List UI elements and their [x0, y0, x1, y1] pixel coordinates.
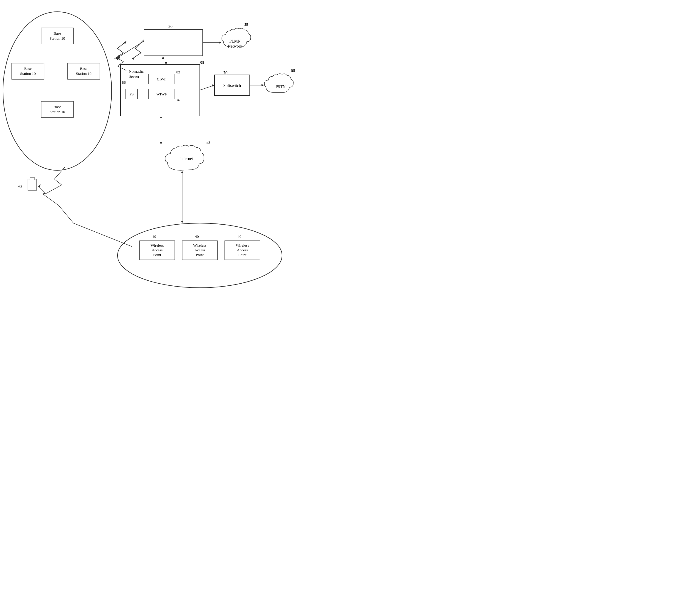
svg-text:50: 50 — [206, 140, 210, 145]
svg-text:Base: Base — [54, 105, 61, 109]
svg-text:Base: Base — [54, 31, 61, 36]
svg-text:Access: Access — [152, 248, 163, 252]
svg-text:80: 80 — [200, 61, 204, 65]
svg-text:86: 86 — [122, 80, 126, 84]
svg-marker-60 — [162, 56, 164, 59]
svg-text:60: 60 — [291, 68, 295, 73]
svg-rect-54 — [28, 179, 37, 190]
svg-marker-76 — [42, 193, 45, 195]
network-diagram: 20 PLMN Network 30 Nomadic Server 80 CIW… — [0, 0, 340, 308]
svg-text:Station 10: Station 10 — [76, 71, 91, 76]
svg-marker-64 — [219, 41, 221, 44]
svg-text:30: 30 — [244, 22, 248, 27]
svg-text:82: 82 — [176, 70, 180, 74]
svg-text:Network: Network — [228, 44, 243, 48]
svg-text:CIWF: CIWF — [157, 77, 167, 81]
svg-text:Internet: Internet — [180, 157, 193, 161]
svg-marker-74 — [181, 171, 183, 173]
svg-rect-55 — [30, 178, 35, 180]
svg-text:WIWF: WIWF — [156, 92, 167, 96]
svg-text:20: 20 — [168, 24, 172, 29]
svg-text:PLMN: PLMN — [229, 39, 241, 43]
svg-text:Station 10: Station 10 — [20, 71, 36, 76]
svg-text:Station 10: Station 10 — [50, 36, 65, 40]
svg-marker-70 — [160, 142, 162, 144]
svg-text:Wireless: Wireless — [236, 243, 249, 247]
svg-text:PSTN: PSTN — [276, 84, 286, 89]
svg-marker-62 — [165, 62, 167, 65]
svg-marker-68 — [261, 84, 264, 86]
svg-text:40: 40 — [238, 234, 241, 239]
svg-text:90: 90 — [18, 184, 22, 189]
svg-text:40: 40 — [195, 234, 199, 239]
svg-text:Station 10: Station 10 — [50, 109, 65, 114]
svg-text:Base: Base — [24, 66, 32, 71]
svg-text:Access: Access — [194, 248, 205, 252]
svg-marker-73 — [181, 221, 183, 223]
svg-text:Softswitch: Softswitch — [223, 83, 241, 88]
svg-text:Wireless: Wireless — [193, 243, 206, 247]
svg-text:Wireless: Wireless — [151, 243, 164, 247]
svg-text:84: 84 — [176, 98, 180, 102]
svg-text:70: 70 — [223, 71, 227, 75]
svg-text:Nomadic: Nomadic — [129, 69, 144, 74]
svg-text:PS: PS — [130, 92, 134, 96]
svg-rect-2 — [144, 29, 203, 56]
svg-marker-71 — [160, 116, 162, 118]
svg-text:40: 40 — [153, 234, 156, 239]
svg-text:Point: Point — [238, 252, 247, 257]
svg-text:Point: Point — [153, 252, 161, 257]
svg-text:Server: Server — [129, 74, 139, 79]
svg-text:Access: Access — [237, 248, 248, 252]
svg-text:Point: Point — [196, 252, 204, 257]
svg-text:Base: Base — [80, 66, 88, 71]
